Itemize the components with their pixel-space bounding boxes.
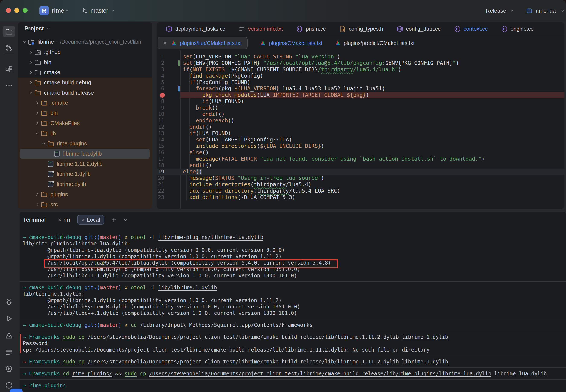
line-number[interactable]: 21	[157, 181, 164, 188]
close-terminal-tab[interactable]: ×	[81, 216, 85, 223]
code-line-9[interactable]: 9 break()	[157, 105, 564, 111]
close-tab-button[interactable]	[162, 40, 168, 46]
code-line-18[interactable]: 18 endif()	[157, 162, 564, 168]
code-line-20[interactable]: 20 message(STATUS "Using in-tree lua sou…	[157, 175, 564, 181]
editor-tab-plugins/lua/CMakeLists.txt[interactable]: plugins/lua/CMakeLists.txt	[158, 37, 248, 49]
profiler-tool-button[interactable]	[3, 330, 15, 341]
debug-tool-button[interactable]	[3, 296, 15, 308]
code-line-12[interactable]: 12 endif()	[157, 124, 564, 130]
line-number[interactable]: 5	[157, 79, 164, 85]
minimize-window-button[interactable]	[14, 8, 19, 13]
tree-item-rime-plugins[interactable]: rime-plugins	[18, 139, 152, 149]
services-tool-button[interactable]	[3, 363, 15, 375]
close-window-button[interactable]	[6, 8, 11, 13]
project-selector[interactable]: rime	[52, 7, 64, 14]
line-number[interactable]: 10	[157, 111, 164, 117]
line-number[interactable]: 3	[157, 66, 164, 73]
code-line-13[interactable]: 13 if(LUA_FOUND)	[157, 130, 564, 137]
new-terminal-button[interactable]	[111, 217, 117, 223]
line-number[interactable]: 19	[157, 168, 164, 175]
project-panel-title[interactable]: Project	[24, 25, 44, 32]
code-line-11[interactable]: 11 endforeach()	[157, 117, 564, 124]
tree-item-librime.dylib[interactable]: librime.dylib	[18, 179, 152, 189]
line-number[interactable]: 14	[157, 137, 164, 143]
structure-tool-button[interactable]	[3, 63, 15, 75]
tree-item-src[interactable]: src	[18, 199, 152, 209]
code-line-2[interactable]: 2set(ENV{PKG_CONFIG_PATH} "/usr/local/op…	[157, 60, 564, 66]
more-tools-button[interactable]	[3, 79, 15, 91]
todo-tool-button[interactable]	[3, 346, 15, 358]
tree-item-.cmake[interactable]: .cmake	[18, 98, 152, 108]
line-number[interactable]: 23	[157, 194, 164, 200]
line-number[interactable]: 11	[157, 117, 164, 124]
code-line-22[interactable]: 22 aux_source_directory(thirdparty/lua5.…	[157, 188, 564, 194]
tree-item-cmake-build-release[interactable]: cmake-build-release	[18, 87, 152, 98]
editor-tab-prism.cc[interactable]: Cprism.cc	[296, 25, 326, 33]
code-line-5[interactable]: 5 if(PkgConfig_FOUND)	[157, 79, 564, 85]
tree-item-librime.1.dylib[interactable]: librime.1.dylib	[18, 169, 152, 179]
line-number[interactable]: 8	[157, 98, 164, 105]
code-editor[interactable]: 1set(LUA_VERSION "lua" CACHE STRING "lua…	[157, 50, 564, 209]
editor-tab-version-info.txt[interactable]: version-info.txt	[238, 25, 283, 33]
code-line-19[interactable]: 19else()	[157, 168, 564, 175]
editor-tab-engine.cc[interactable]: Cengine.cc	[501, 25, 533, 33]
tree-item-plugins[interactable]: plugins	[18, 189, 152, 199]
line-number[interactable]: 15	[157, 143, 164, 149]
code-line-1[interactable]: 1set(LUA_VERSION "lua" CACHE STRING "lua…	[157, 54, 564, 60]
editor-tab-deployment_tasks.cc[interactable]: Cdeployment_tasks.cc	[165, 25, 225, 33]
line-number[interactable]: 18	[157, 162, 164, 168]
tree-item-librime-lua.dylib[interactable]: librime-lua.dylib	[18, 149, 152, 159]
tree-item-cmake-build-debug[interactable]: cmake-build-debug	[18, 78, 152, 88]
line-number[interactable]: 17	[157, 156, 164, 162]
tree-item-bin[interactable]: bin	[18, 57, 152, 67]
terminal-tab-rm[interactable]: ×rm	[58, 216, 70, 223]
code-line-14[interactable]: 14 set(LUA_TARGET PkgConfig::LUA)	[157, 137, 564, 143]
line-number[interactable]: 1	[157, 54, 164, 60]
notification-pill[interactable]	[10, 389, 23, 392]
project-tool-button[interactable]	[3, 26, 15, 38]
editor-tab-context.cc[interactable]: Ccontext.cc	[454, 25, 488, 33]
close-terminal-tab[interactable]: ×	[58, 216, 61, 223]
code-line-3[interactable]: 3if(NOT EXISTS "${CMAKE_CURRENT_SOURCE_D…	[157, 66, 564, 73]
tree-item-CMakeFiles[interactable]: CMakeFiles	[18, 118, 152, 128]
tree-item-lib[interactable]: lib	[18, 128, 152, 139]
code-line-16[interactable]: 16 else()	[157, 149, 564, 156]
terminal-output[interactable]: → cmake-build-debug git:(master) ✗ otool…	[23, 234, 566, 389]
line-number[interactable]: 9	[157, 105, 164, 111]
tree-item-librime.1.11.2.dylib[interactable]: librime.1.11.2.dylib	[18, 159, 152, 169]
run-tool-button[interactable]	[3, 313, 15, 325]
code-line-21[interactable]: 21 include_directories(thirdparty/lua5.4…	[157, 181, 564, 188]
branch-selector[interactable]: master	[91, 7, 108, 14]
line-number[interactable]: 2	[157, 60, 164, 66]
editor-tab-config_types.h[interactable]: Hconfig_types.h	[339, 25, 383, 33]
code-line-7[interactable]: 7 pkg_check_modules(LUA IMPORTED_TARGET …	[157, 92, 564, 98]
vcs-tool-button[interactable]	[3, 42, 15, 54]
run-config-selector[interactable]: rime-lua	[536, 7, 556, 14]
line-number[interactable]: 20	[157, 175, 164, 181]
code-line-15[interactable]: 15 include_directories(${LUA_INCLUDE_DIR…	[157, 143, 564, 149]
editor-tab-config_data.cc[interactable]: Cconfig_data.cc	[396, 25, 440, 33]
line-number[interactable]: 13	[157, 130, 164, 137]
line-number[interactable]: 6	[157, 85, 164, 92]
editor-tab-plugins/predict/CMakeLists.txt[interactable]: plugins/predict/CMakeLists.txt	[334, 40, 415, 46]
tree-item-bin[interactable]: bin	[18, 108, 152, 118]
tree-item-cmake[interactable]: cmake	[18, 67, 152, 78]
build-config-selector[interactable]: Release	[486, 7, 506, 14]
line-number[interactable]: 16	[157, 149, 164, 156]
editor-tab-plugins/CMakeLists.txt[interactable]: plugins/CMakeLists.txt	[260, 40, 322, 46]
maximize-window-button[interactable]	[23, 8, 28, 13]
tree-item-.github[interactable]: .github	[18, 47, 152, 57]
line-number[interactable]: 4	[157, 73, 164, 79]
code-line-17[interactable]: 17 message(FATAL_ERROR "Lua not found, c…	[157, 156, 564, 162]
code-line-8[interactable]: 8 if(LUA_FOUND)	[157, 98, 564, 105]
line-number[interactable]: 12	[157, 124, 164, 130]
terminal-panel-title[interactable]: Terminal	[23, 216, 46, 223]
terminal-options-chevron[interactable]	[123, 217, 128, 223]
line-number[interactable]: 22	[157, 188, 164, 194]
code-line-23[interactable]: 23 add_definitions(-DLUA_COMPAT_5_3)	[157, 194, 564, 200]
code-line-4[interactable]: 4 find_package(PkgConfig)	[157, 73, 564, 79]
tree-item-librime[interactable]: librime~/Documents/project_clion_test/li…	[18, 37, 152, 47]
terminal-tab-Local[interactable]: ×Local	[77, 215, 104, 224]
code-line-10[interactable]: 10 endif()	[157, 111, 564, 117]
code-line-6[interactable]: 6 foreach(pkg ${LUA_VERSION} lua5.4 lua5…	[157, 85, 564, 92]
